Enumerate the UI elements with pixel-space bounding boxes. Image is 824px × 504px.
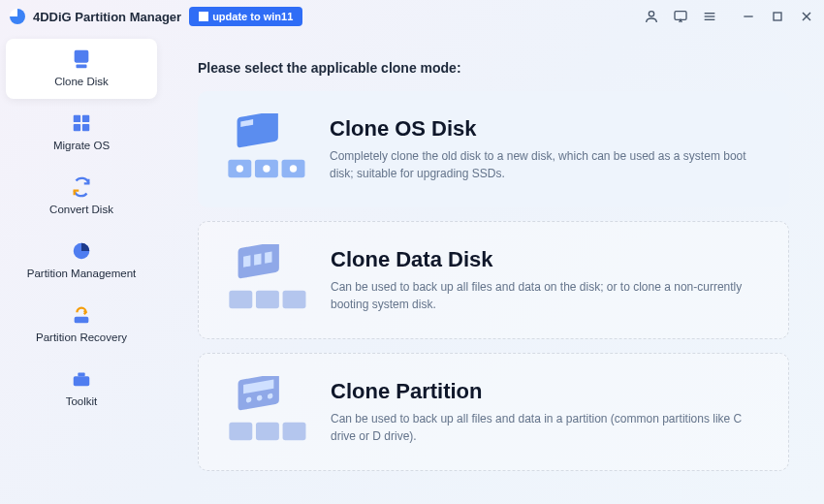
svg-rect-19 bbox=[238, 113, 278, 148]
card-title: Clone Data Disk bbox=[331, 247, 765, 272]
app-logo-icon bbox=[10, 9, 25, 24]
sidebar: Clone Disk Migrate OS Convert Disk Parti… bbox=[0, 33, 163, 504]
sidebar-item-label: Partition Recovery bbox=[36, 331, 127, 343]
sidebar-item-partition-management[interactable]: Partition Management bbox=[6, 231, 157, 291]
clone-data-disk-illustration-icon bbox=[222, 243, 311, 317]
convert-disk-icon bbox=[71, 176, 92, 198]
sidebar-item-migrate-os[interactable]: Migrate OS bbox=[6, 103, 157, 163]
partition-recovery-icon bbox=[71, 304, 92, 326]
main-panel: Please select the applicable clone mode:… bbox=[163, 33, 824, 504]
svg-rect-31 bbox=[229, 291, 252, 308]
app-title: 4DDiG Partition Manager bbox=[33, 10, 181, 24]
clone-os-disk-illustration-icon bbox=[221, 112, 310, 186]
main-heading: Please select the applicable clone mode: bbox=[198, 60, 789, 76]
close-button[interactable] bbox=[799, 9, 814, 24]
sidebar-item-clone-disk[interactable]: Clone Disk bbox=[6, 39, 157, 99]
svg-rect-30 bbox=[265, 252, 271, 264]
card-description: Can be used to back up all files and dat… bbox=[331, 410, 765, 445]
svg-point-0 bbox=[649, 12, 653, 16]
migrate-os-icon bbox=[71, 112, 92, 134]
svg-rect-17 bbox=[74, 376, 90, 386]
svg-rect-39 bbox=[229, 423, 252, 440]
card-clone-data-disk[interactable]: Clone Data Disk Can be used to back up a… bbox=[198, 221, 789, 339]
card-clone-partition[interactable]: Clone Partition Can be used to back up a… bbox=[198, 353, 789, 471]
card-description: Can be used to back up all files and dat… bbox=[331, 278, 765, 313]
svg-point-26 bbox=[290, 166, 297, 173]
svg-rect-18 bbox=[78, 373, 84, 377]
sidebar-item-label: Clone Disk bbox=[54, 76, 109, 87]
svg-rect-14 bbox=[82, 124, 89, 131]
sidebar-item-label: Toolkit bbox=[66, 395, 98, 407]
minimize-button[interactable] bbox=[741, 9, 756, 24]
svg-point-25 bbox=[263, 166, 269, 173]
svg-rect-11 bbox=[74, 115, 80, 122]
clone-mode-cards: Clone OS Disk Completely clone the old d… bbox=[198, 91, 789, 471]
maximize-button[interactable] bbox=[770, 9, 785, 24]
titlebar-actions bbox=[644, 9, 814, 24]
clone-disk-icon bbox=[71, 48, 92, 70]
svg-rect-32 bbox=[256, 291, 279, 308]
sidebar-item-toolkit[interactable]: Toolkit bbox=[6, 359, 157, 419]
svg-rect-28 bbox=[243, 256, 250, 268]
partition-management-icon bbox=[71, 240, 92, 262]
svg-rect-13 bbox=[74, 124, 80, 131]
svg-rect-10 bbox=[77, 65, 87, 69]
card-title: Clone OS Disk bbox=[330, 116, 766, 142]
account-icon[interactable] bbox=[644, 9, 659, 24]
sidebar-item-label: Migrate OS bbox=[53, 140, 110, 151]
sidebar-item-label: Convert Disk bbox=[49, 204, 113, 215]
titlebar: 4DDiG Partition Manager update to win11 bbox=[0, 0, 824, 33]
sidebar-item-label: Partition Management bbox=[27, 268, 137, 279]
svg-point-24 bbox=[237, 166, 243, 173]
svg-rect-40 bbox=[256, 423, 279, 440]
svg-rect-41 bbox=[283, 423, 306, 440]
svg-rect-9 bbox=[75, 50, 89, 63]
windows-icon bbox=[199, 12, 208, 21]
feedback-icon[interactable] bbox=[673, 9, 688, 24]
toolkit-icon bbox=[71, 368, 92, 390]
card-clone-os-disk[interactable]: Clone OS Disk Completely clone the old d… bbox=[198, 91, 789, 207]
sidebar-item-convert-disk[interactable]: Convert Disk bbox=[6, 167, 157, 227]
card-description: Completely clone the old disk to a new d… bbox=[330, 147, 766, 182]
svg-rect-29 bbox=[254, 254, 261, 266]
svg-rect-6 bbox=[774, 13, 781, 20]
update-to-win11-button[interactable]: update to win11 bbox=[189, 7, 302, 26]
svg-rect-16 bbox=[75, 317, 89, 323]
clone-partition-illustration-icon bbox=[222, 375, 311, 449]
sidebar-item-partition-recovery[interactable]: Partition Recovery bbox=[6, 295, 157, 355]
card-title: Clone Partition bbox=[331, 379, 765, 404]
update-button-label: update to win11 bbox=[212, 11, 293, 22]
menu-icon[interactable] bbox=[702, 9, 717, 24]
svg-rect-12 bbox=[82, 115, 89, 122]
svg-rect-33 bbox=[283, 291, 306, 308]
